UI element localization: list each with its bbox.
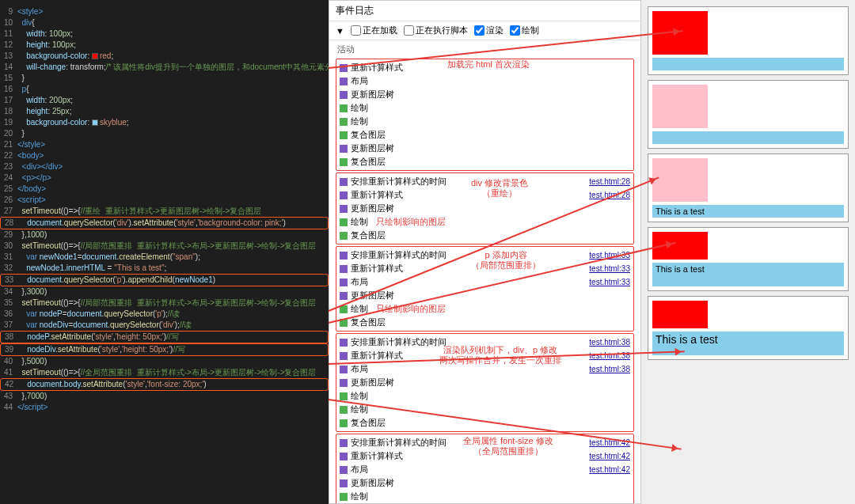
event-label: 布局 [351, 464, 368, 476]
event-color-icon [340, 104, 348, 112]
code-line-34[interactable]: 34 },3000) [0, 286, 329, 297]
event-label: 更新图层树 [351, 377, 394, 388]
code-line-31[interactable]: 31 var newNode1=document.createElement("… [0, 252, 329, 263]
code-line-37[interactable]: 37 var nodeDiv=document.querySelector('d… [0, 320, 329, 331]
event-item[interactable]: 复合图层 [338, 416, 632, 430]
code-line-10[interactable]: 10 div{ [0, 17, 329, 28]
event-label: 复合图层 [351, 316, 386, 328]
event-item[interactable]: 更新图层树 [338, 376, 632, 389]
code-line-26[interactable]: 26<script> [0, 195, 329, 206]
event-item[interactable]: 绘制只绘制影响的图层 [338, 302, 632, 316]
code-line-22[interactable]: 22<body> [0, 150, 329, 161]
code-line-18[interactable]: 18 height: 25px; [0, 106, 329, 117]
source-link[interactable]: test.html:42 [589, 465, 630, 474]
code-line-14[interactable]: 14 will-change: transform;/* 该属性将div提升到一… [0, 62, 329, 73]
code-line-9[interactable]: 9<style> [0, 6, 329, 17]
event-item[interactable]: 复合图层 [338, 316, 632, 329]
code-line-19[interactable]: 19 background-color: skyblue; [0, 117, 329, 128]
inline-annotation: 只绘制影响的图层 [376, 303, 446, 315]
code-line-43[interactable]: 43 },7000) [0, 391, 329, 402]
code-line-12[interactable]: 12 height: 100px; [0, 40, 329, 51]
code-line-17[interactable]: 17 width: 200px; [0, 95, 329, 106]
source-link[interactable]: test.html:38 [589, 338, 630, 347]
event-item[interactable]: 绘制 [338, 490, 632, 503]
code-editor-panel[interactable]: 9<style>10 div{11 width: 100px;12 height… [0, 0, 329, 504]
event-color-icon [340, 205, 348, 213]
event-item[interactable]: 布局test.html:42 [338, 463, 632, 476]
code-line-40[interactable]: 40 },5000) [0, 356, 329, 367]
event-item[interactable]: 复合图层 [338, 155, 632, 169]
code-line-41[interactable]: 41 setTimeout(()=>{//全局范围重排 重新计算样式->布局->… [0, 367, 329, 378]
event-label: 安排重新计算样式的时间 [351, 437, 446, 449]
code-line-27[interactable]: 27 setTimeout(()=>{//重绘 重新计算样式->更新图层树->绘… [0, 206, 329, 217]
event-item[interactable]: 绘制 [338, 403, 632, 416]
event-item[interactable]: 布局test.html:33 [338, 275, 632, 289]
event-label: 绘制 [351, 102, 368, 114]
event-item[interactable]: 绘制 [338, 389, 632, 403]
event-label: 重新计算样式 [351, 350, 403, 362]
source-link[interactable]: test.html:28 [589, 177, 630, 186]
code-line-30[interactable]: 30 setTimeout(()=>{//局部范围重排 重新计算样式->布局->… [0, 241, 329, 252]
event-color-icon [340, 178, 348, 186]
code-line-42[interactable]: 42 document.body.setAttribute('style','f… [0, 378, 329, 391]
code-line-15[interactable]: 15 } [0, 73, 329, 84]
code-line-13[interactable]: 13 background-color: red; [0, 51, 329, 62]
event-group-4: 安排重新计算样式的时间test.html:42重新计算样式test.html:4… [336, 434, 634, 503]
filter-painting[interactable]: 绘制 [510, 25, 539, 36]
source-link[interactable]: test.html:42 [589, 452, 630, 460]
event-color-icon [340, 406, 348, 414]
event-group-0: 重新计算样式布局更新图层树绘制绘制复合图层更新图层树复合图层加载完 html 首… [336, 59, 634, 171]
code-line-16[interactable]: 16 p{ [0, 84, 329, 95]
event-item[interactable]: 更新图层树 [338, 142, 632, 155]
event-item[interactable]: 布局 [338, 74, 632, 88]
event-label: 布局 [351, 75, 368, 87]
code-line-24[interactable]: 24 <p></p> [0, 172, 329, 184]
event-item[interactable]: 绘制 [338, 115, 632, 128]
event-label: 绘制 [351, 404, 368, 415]
event-item[interactable]: 更新图层树 [338, 476, 632, 490]
preview-div-box [652, 301, 708, 328]
code-line-28[interactable]: 28 document.querySelector('div').setAttr… [0, 217, 329, 229]
event-item[interactable]: 复合图层 [338, 229, 632, 242]
event-item[interactable]: 更新图层树 [338, 289, 632, 302]
code-line-29[interactable]: 29 },1000) [0, 229, 329, 241]
filter-rendering[interactable]: 渲染 [474, 25, 504, 36]
code-line-44[interactable]: 44</script> [0, 402, 329, 413]
event-log-title: 事件日志 [329, 1, 640, 21]
code-line-23[interactable]: 23 <div></div> [0, 161, 329, 172]
event-item[interactable]: 绘制只绘制影响的图层 [338, 215, 632, 229]
code-line-36[interactable]: 36 var nodeP=document.querySelector('p')… [0, 309, 329, 320]
code-line-20[interactable]: 20 } [0, 128, 329, 139]
filter-expand-icon[interactable]: ▼ [336, 26, 344, 36]
code-line-25[interactable]: 25</body> [0, 184, 329, 195]
source-link[interactable]: test.html:42 [589, 438, 630, 447]
code-line-11[interactable]: 11 width: 100px; [0, 28, 329, 40]
code-line-38[interactable]: 38 nodeP.setAttribute('style','height: 5… [0, 331, 329, 343]
event-label: 布局 [351, 276, 368, 288]
code-line-39[interactable]: 39 nodeDiv.setAttribute('style','height:… [0, 343, 329, 356]
code-line-21[interactable]: 21</style> [0, 139, 329, 150]
event-item[interactable]: 绘制 [338, 101, 632, 115]
event-label: 复合图层 [351, 129, 386, 141]
code-line-32[interactable]: 32 newNode1.innerHTML = "This is a test"… [0, 263, 329, 274]
event-log-body[interactable]: 活动 重新计算样式布局更新图层树绘制绘制复合图层更新图层树复合图层加载完 htm… [329, 40, 640, 503]
event-label: 更新图层树 [351, 477, 394, 489]
filter-scripting[interactable]: 正在执行脚本 [404, 25, 468, 36]
source-link[interactable]: test.html:33 [589, 264, 630, 273]
event-item[interactable]: 复合图层 [338, 128, 632, 142]
source-link[interactable]: test.html:33 [589, 278, 630, 286]
event-item[interactable]: 更新图层树 [338, 88, 632, 101]
filter-loading[interactable]: 正在加载 [351, 25, 397, 36]
event-color-icon [340, 252, 348, 260]
preview-p-bar [652, 131, 844, 144]
source-link[interactable]: test.html:38 [589, 351, 630, 360]
preview-frame-3: This is a test [648, 227, 849, 291]
event-color-icon [340, 366, 348, 373]
code-line-35[interactable]: 35 setTimeout(()=>{//局部范围重排 重新计算样式->布局->… [0, 297, 329, 309]
source-link[interactable]: test.html:33 [589, 251, 630, 260]
preview-panel: This is a testThis is a testThis is a te… [641, 0, 855, 504]
code-line-33[interactable]: 33 document.querySelector('p').appendChi… [0, 274, 329, 286]
source-link[interactable]: test.html:28 [589, 191, 630, 199]
event-item[interactable]: 更新图层树 [338, 202, 632, 215]
source-link[interactable]: test.html:38 [589, 365, 630, 373]
